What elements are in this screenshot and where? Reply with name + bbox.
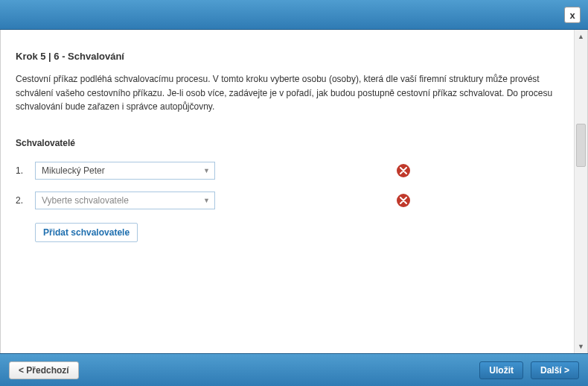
approver-select-value: Vyberte schvalovatele	[42, 195, 129, 206]
chevron-down-icon: ▼	[203, 167, 210, 174]
remove-icon	[397, 164, 410, 177]
section-title-approvers: Schvalovatelé	[16, 138, 559, 148]
add-approver-button[interactable]: Přidat schvalovatele	[35, 223, 138, 242]
vertical-scrollbar[interactable]: ▲ ▼	[574, 30, 587, 353]
approver-select[interactable]: Mikulecký Peter ▼	[35, 162, 215, 180]
approver-select[interactable]: Vyberte schvalovatele ▼	[35, 192, 215, 209]
remove-icon	[397, 194, 410, 207]
close-icon: x	[569, 10, 575, 21]
approver-row: 2. Vyberte schvalovatele ▼	[16, 192, 559, 209]
close-button[interactable]: x	[564, 7, 581, 23]
scrollbar-thumb[interactable]	[576, 124, 586, 167]
approver-select-value: Mikulecký Peter	[42, 165, 105, 176]
scrollbar-track[interactable]	[575, 43, 587, 340]
row-number: 1.	[16, 165, 35, 176]
save-button[interactable]: Uložit	[479, 361, 523, 379]
step-description: Cestovní příkaz podléhá schvalovacímu pr…	[16, 72, 559, 114]
remove-approver-button[interactable]	[397, 194, 410, 207]
row-number: 2.	[16, 195, 35, 206]
chevron-down-icon: ▼	[203, 197, 210, 204]
approver-row: 1. Mikulecký Peter ▼	[16, 162, 559, 180]
scroll-down-arrow-icon[interactable]: ▼	[575, 340, 588, 353]
next-button[interactable]: Další >	[531, 361, 579, 379]
dialog-header: x	[0, 0, 588, 30]
previous-button[interactable]: < Předchozí	[9, 361, 79, 379]
dialog-body: Krok 5 | 6 - Schvalování Cestovní příkaz…	[1, 30, 574, 353]
dialog-footer: < Předchozí Uložit Další >	[0, 353, 588, 386]
dialog-window: x Krok 5 | 6 - Schvalování Cestovní přík…	[0, 0, 588, 386]
step-title: Krok 5 | 6 - Schvalování	[16, 51, 559, 62]
scroll-up-arrow-icon[interactable]: ▲	[575, 30, 588, 43]
remove-approver-button[interactable]	[397, 164, 410, 177]
dialog-body-wrap: Krok 5 | 6 - Schvalování Cestovní příkaz…	[0, 30, 588, 353]
